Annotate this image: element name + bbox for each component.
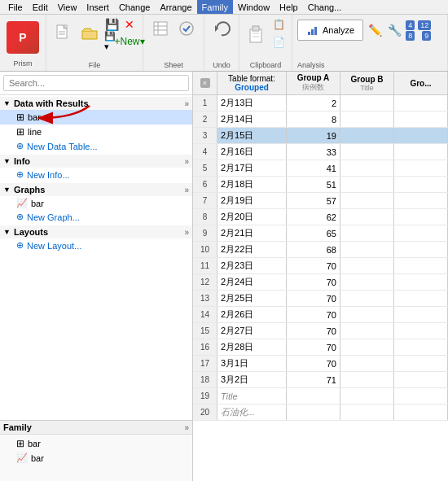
empty-cell-1[interactable] bbox=[340, 209, 394, 225]
open-file-button[interactable] bbox=[77, 21, 102, 46]
empty-cell-1[interactable] bbox=[340, 372, 394, 387]
date-cell[interactable]: 2月16日 bbox=[217, 144, 287, 160]
family-item-bar-graph[interactable]: 📈 bar bbox=[0, 451, 192, 465]
empty-cell-2[interactable] bbox=[394, 209, 448, 225]
date-cell[interactable]: 2月19日 bbox=[217, 193, 287, 208]
empty-cell-1[interactable] bbox=[340, 177, 394, 192]
empty-cell-1[interactable] bbox=[340, 274, 394, 290]
menu-change[interactable]: Change bbox=[114, 0, 156, 14]
data-cell[interactable]: 57 bbox=[287, 193, 340, 208]
table-row[interactable]: 112月23日70 bbox=[193, 258, 448, 274]
date-cell[interactable]: 2月26日 bbox=[217, 307, 287, 322]
menu-insert[interactable]: Insert bbox=[81, 0, 114, 14]
date-cell[interactable]: 2月14日 bbox=[217, 112, 287, 127]
data-cell[interactable]: 70 bbox=[287, 274, 340, 290]
tree-item-new-data[interactable]: ⊕ New Data Table... bbox=[0, 139, 192, 153]
empty-cell-2[interactable] bbox=[394, 242, 448, 257]
tree-item-bar[interactable]: ⊞ bar bbox=[0, 110, 192, 125]
menu-arrange[interactable]: Arrange bbox=[155, 0, 196, 14]
empty-cell-2[interactable] bbox=[394, 404, 448, 420]
empty-cell-2[interactable] bbox=[394, 372, 448, 387]
data-cell[interactable]: 70 bbox=[287, 339, 340, 355]
empty-cell-2[interactable] bbox=[394, 323, 448, 339]
new-item-button[interactable]: +New▾ bbox=[121, 33, 138, 50]
tree-item-graph-bar[interactable]: 📈 bar bbox=[0, 196, 192, 210]
sheet-icon2[interactable] bbox=[174, 16, 199, 41]
menu-edit[interactable]: Edit bbox=[28, 0, 53, 14]
close-button[interactable]: × bbox=[200, 78, 210, 88]
table-row[interactable]: 62月18日51 bbox=[193, 177, 448, 193]
analysis-edit1[interactable]: ✏️ bbox=[367, 22, 383, 38]
empty-cell-2[interactable] bbox=[394, 177, 448, 192]
data-cell[interactable]: 51 bbox=[287, 177, 340, 192]
date-cell[interactable]: 2月17日 bbox=[217, 160, 287, 176]
empty-cell-1[interactable] bbox=[340, 128, 394, 143]
table-row[interactable]: 102月22日68 bbox=[193, 242, 448, 258]
empty-cell-2[interactable] bbox=[394, 291, 448, 306]
menu-help[interactable]: Help bbox=[275, 0, 303, 14]
empty-cell-1[interactable] bbox=[340, 356, 394, 371]
date-cell[interactable]: 2月15日 bbox=[217, 128, 287, 143]
tree-item-new-info[interactable]: ⊕ New Info... bbox=[0, 168, 192, 181]
empty-cell-1[interactable] bbox=[340, 258, 394, 273]
data-cell[interactable]: 2 bbox=[287, 95, 340, 111]
empty-cell-2[interactable] bbox=[394, 144, 448, 160]
empty-cell-1[interactable] bbox=[340, 112, 394, 127]
section-data-results-header[interactable]: ▼ Data with Results » bbox=[0, 97, 192, 110]
empty-cell-1[interactable] bbox=[340, 144, 394, 160]
save-button[interactable]: 💾 bbox=[103, 16, 120, 33]
menu-window[interactable]: Window bbox=[233, 0, 275, 14]
delete-button[interactable]: ✕ bbox=[121, 16, 138, 33]
data-cell[interactable] bbox=[287, 404, 340, 420]
date-cell[interactable]: 2月25日 bbox=[217, 291, 287, 306]
empty-cell-1[interactable] bbox=[340, 160, 394, 176]
data-cell[interactable]: 19 bbox=[287, 128, 340, 143]
data-cell[interactable]: 70 bbox=[287, 307, 340, 322]
paste-button[interactable] bbox=[244, 21, 269, 46]
family-item-bar-table[interactable]: ⊞ bar bbox=[0, 436, 192, 451]
table-row[interactable]: 92月21日65 bbox=[193, 225, 448, 242]
data-cell[interactable] bbox=[287, 388, 340, 404]
empty-cell-1[interactable] bbox=[340, 307, 394, 322]
table-row[interactable]: 152月27日70 bbox=[193, 323, 448, 339]
empty-cell-2[interactable] bbox=[394, 307, 448, 322]
sheet-icon1[interactable] bbox=[148, 16, 173, 41]
data-cell[interactable]: 62 bbox=[287, 209, 340, 225]
data-cell[interactable]: 70 bbox=[287, 291, 340, 306]
table-row[interactable]: 132月25日70 bbox=[193, 291, 448, 307]
data-cell[interactable]: 70 bbox=[287, 323, 340, 339]
section-graphs-header[interactable]: ▼ Graphs » bbox=[0, 183, 192, 196]
table-row[interactable]: 20石油化... bbox=[193, 404, 448, 421]
date-cell[interactable]: 2月24日 bbox=[217, 274, 287, 290]
date-cell[interactable]: 3月2日 bbox=[217, 372, 287, 387]
date-cell[interactable]: 2月13日 bbox=[217, 95, 287, 111]
empty-cell-2[interactable] bbox=[394, 193, 448, 208]
table-row[interactable]: 22月14日8 bbox=[193, 112, 448, 128]
date-cell[interactable]: 2月27日 bbox=[217, 323, 287, 339]
tree-item-line[interactable]: ⊞ line bbox=[0, 125, 192, 139]
data-cell[interactable]: 33 bbox=[287, 144, 340, 160]
tree-item-new-graph[interactable]: ⊕ New Graph... bbox=[0, 210, 192, 224]
tree-item-new-layout[interactable]: ⊕ New Layout... bbox=[0, 238, 192, 252]
section-layouts-header[interactable]: ▼ Layouts » bbox=[0, 225, 192, 238]
section-data-results-more[interactable]: » bbox=[184, 99, 189, 108]
menu-file[interactable]: File bbox=[3, 0, 28, 14]
empty-cell-1[interactable] bbox=[340, 291, 394, 306]
date-cell[interactable]: 2月22日 bbox=[217, 242, 287, 257]
table-row[interactable]: 122月24日70 bbox=[193, 274, 448, 291]
table-row[interactable]: 42月16日33 bbox=[193, 144, 448, 160]
date-cell[interactable]: 石油化... bbox=[217, 404, 287, 420]
table-row[interactable]: 183月2日71 bbox=[193, 372, 448, 388]
data-cell[interactable]: 8 bbox=[287, 112, 340, 127]
analysis-edit2[interactable]: 🔧 bbox=[386, 22, 402, 38]
empty-cell-1[interactable] bbox=[340, 242, 394, 257]
date-cell[interactable]: 2月20日 bbox=[217, 209, 287, 225]
date-cell[interactable]: Title bbox=[217, 388, 287, 404]
empty-cell-1[interactable] bbox=[340, 225, 394, 241]
empty-cell-2[interactable] bbox=[394, 128, 448, 143]
table-row[interactable]: 162月28日70 bbox=[193, 339, 448, 356]
section-info-more[interactable]: » bbox=[184, 157, 189, 166]
search-input[interactable] bbox=[3, 75, 189, 91]
data-cell[interactable]: 70 bbox=[287, 356, 340, 371]
table-row[interactable]: 19Title bbox=[193, 388, 448, 404]
